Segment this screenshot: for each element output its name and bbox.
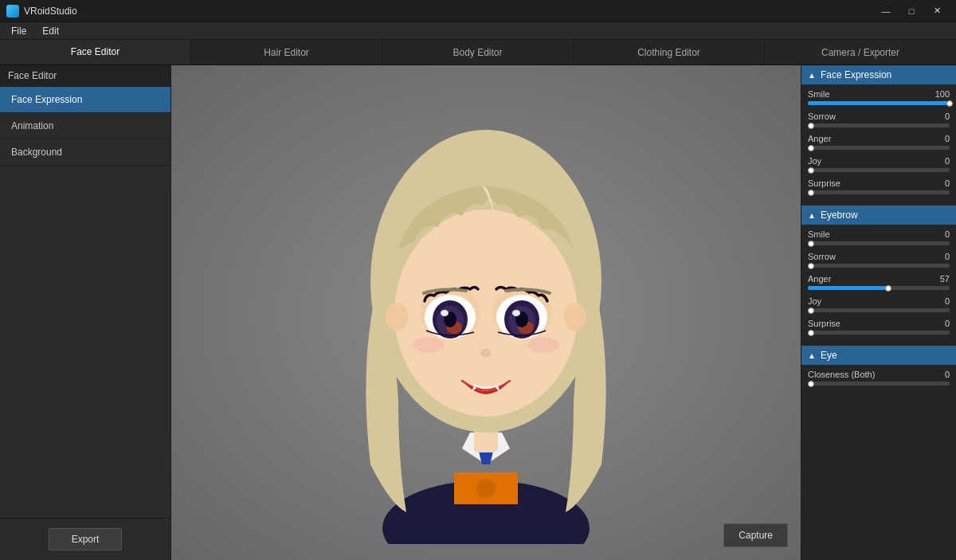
slider-row-joy-eyebrow: Joy 0 bbox=[808, 296, 950, 312]
eyebrow-body: Smile 0 Sorrow 0 bbox=[801, 225, 956, 346]
slider-track-sorrow-eyebrow[interactable] bbox=[808, 264, 950, 268]
tab-face-editor[interactable]: Face Editor bbox=[0, 40, 191, 65]
svg-point-11 bbox=[564, 303, 586, 331]
slider-row-sorrow-face: Sorrow 0 bbox=[808, 112, 950, 127]
face-expression-body: Smile 100 Sorrow 0 bbox=[801, 84, 956, 206]
slider-row-surprise-eyebrow: Surprise 0 bbox=[808, 319, 950, 335]
svg-point-10 bbox=[386, 303, 408, 331]
minimize-button[interactable]: — bbox=[873, 3, 899, 19]
app-title: VRoidStudio bbox=[24, 6, 77, 17]
slider-value-surprise-face: 0 bbox=[931, 178, 950, 188]
maximize-button[interactable]: □ bbox=[899, 3, 924, 19]
close-button[interactable]: ✕ bbox=[924, 3, 950, 19]
slider-track-surprise-eyebrow[interactable] bbox=[808, 331, 950, 335]
tab-bar: Face Editor Hair Editor Body Editor Clot… bbox=[0, 40, 956, 65]
slider-row-smile-face: Smile 100 bbox=[808, 89, 950, 105]
slider-track-smile-face[interactable] bbox=[808, 101, 950, 105]
slider-value-smile-face: 100 bbox=[931, 89, 950, 99]
slider-label-anger-eyebrow: Anger bbox=[808, 274, 831, 284]
slider-thumb-anger-face[interactable] bbox=[808, 145, 814, 151]
sidebar-item-animation[interactable]: Animation bbox=[0, 113, 170, 139]
slider-value-surprise-eyebrow: 0 bbox=[931, 319, 950, 328]
tab-hair-editor[interactable]: Hair Editor bbox=[191, 40, 382, 65]
slider-value-smile-eyebrow: 0 bbox=[931, 229, 950, 239]
sidebar-item-face-expression[interactable]: Face Expression bbox=[0, 87, 170, 113]
sidebar-footer: Export bbox=[0, 518, 170, 560]
menu-bar: File Edit bbox=[0, 22, 956, 40]
slider-row-closeness-eye: Closeness (Both) 0 bbox=[808, 370, 950, 386]
character-svg bbox=[287, 82, 685, 544]
slider-label-sorrow-eyebrow: Sorrow bbox=[808, 252, 836, 261]
slider-label-smile-face: Smile bbox=[808, 89, 830, 99]
slider-track-joy-face[interactable] bbox=[808, 168, 950, 172]
slider-label-joy-eyebrow: Joy bbox=[808, 296, 821, 306]
slider-row-smile-eyebrow: Smile 0 bbox=[808, 229, 950, 245]
slider-label-surprise-face: Surprise bbox=[808, 178, 840, 188]
app-icon bbox=[6, 5, 19, 18]
slider-row-sorrow-eyebrow: Sorrow 0 bbox=[808, 252, 950, 268]
slider-value-anger-eyebrow: 57 bbox=[931, 274, 950, 284]
svg-point-29 bbox=[413, 337, 445, 353]
slider-thumb-surprise-eyebrow[interactable] bbox=[808, 330, 814, 336]
slider-track-anger-face[interactable] bbox=[808, 146, 950, 150]
menu-file[interactable]: File bbox=[3, 24, 34, 38]
eyebrow-header[interactable]: ▲ Eyebrow bbox=[801, 206, 956, 225]
slider-track-surprise-face[interactable] bbox=[808, 190, 950, 194]
slider-row-surprise-face: Surprise 0 bbox=[808, 178, 950, 194]
eye-header[interactable]: ▲ Eye bbox=[801, 346, 956, 365]
eyebrow-section: ▲ Eyebrow Smile 0 bbox=[801, 206, 956, 346]
slider-track-anger-eyebrow[interactable] bbox=[808, 286, 950, 290]
slider-thumb-closeness-eye[interactable] bbox=[808, 381, 814, 387]
slider-row-joy-face: Joy 0 bbox=[808, 156, 950, 172]
slider-fill-anger-eyebrow bbox=[808, 286, 888, 290]
slider-value-sorrow-face: 0 bbox=[931, 112, 950, 121]
slider-fill-smile-face bbox=[808, 101, 950, 105]
menu-edit[interactable]: Edit bbox=[34, 24, 67, 38]
main-area: Face Editor Face Expression Animation Ba… bbox=[0, 65, 956, 560]
sidebar: Face Editor Face Expression Animation Ba… bbox=[0, 65, 171, 560]
slider-label-surprise-eyebrow: Surprise bbox=[808, 319, 840, 328]
title-bar: VRoidStudio — □ ✕ bbox=[0, 0, 956, 22]
viewport: Capture bbox=[171, 65, 801, 560]
title-controls: — □ ✕ bbox=[873, 3, 950, 19]
sidebar-header: Face Editor bbox=[0, 65, 170, 87]
slider-label-anger-face: Anger bbox=[808, 134, 831, 143]
svg-point-24 bbox=[441, 310, 449, 316]
slider-thumb-smile-eyebrow[interactable] bbox=[808, 241, 814, 247]
slider-thumb-smile-face[interactable] bbox=[946, 100, 953, 107]
tab-body-editor[interactable]: Body Editor bbox=[382, 40, 574, 65]
slider-thumb-surprise-face[interactable] bbox=[808, 190, 814, 196]
slider-thumb-joy-face[interactable] bbox=[808, 167, 814, 174]
svg-point-4 bbox=[476, 479, 496, 498]
face-expression-header[interactable]: ▲ Face Expression bbox=[801, 65, 956, 84]
title-bar-left: VRoidStudio bbox=[6, 5, 77, 18]
right-panel: ▲ Face Expression Smile 100 bbox=[801, 65, 956, 560]
tab-clothing-editor[interactable]: Clothing Editor bbox=[574, 40, 765, 65]
svg-point-30 bbox=[527, 337, 559, 353]
slider-thumb-sorrow-face[interactable] bbox=[808, 123, 814, 129]
slider-value-anger-face: 0 bbox=[931, 134, 950, 143]
export-button[interactable]: Export bbox=[49, 528, 123, 550]
eye-body: Closeness (Both) 0 bbox=[801, 365, 956, 397]
slider-track-sorrow-face[interactable] bbox=[808, 123, 950, 127]
eye-arrow: ▲ bbox=[808, 351, 816, 360]
slider-value-joy-face: 0 bbox=[931, 156, 950, 166]
sidebar-item-background[interactable]: Background bbox=[0, 139, 170, 166]
tab-camera-exporter[interactable]: Camera / Exporter bbox=[765, 40, 956, 65]
viewport-background bbox=[171, 65, 801, 560]
slider-label-joy-face: Joy bbox=[808, 156, 821, 166]
slider-thumb-sorrow-eyebrow[interactable] bbox=[808, 263, 814, 269]
slider-track-smile-eyebrow[interactable] bbox=[808, 241, 950, 245]
slider-track-joy-eyebrow[interactable] bbox=[808, 308, 950, 312]
eye-section: ▲ Eye Closeness (Both) 0 bbox=[801, 346, 956, 397]
svg-point-25 bbox=[512, 310, 520, 316]
svg-point-26 bbox=[480, 349, 492, 357]
slider-thumb-anger-eyebrow[interactable] bbox=[885, 285, 891, 292]
slider-value-closeness-eye: 0 bbox=[931, 370, 950, 379]
capture-button[interactable]: Capture bbox=[723, 523, 788, 547]
slider-label-sorrow-face: Sorrow bbox=[808, 112, 836, 121]
slider-label-smile-eyebrow: Smile bbox=[808, 229, 830, 239]
slider-thumb-joy-eyebrow[interactable] bbox=[808, 307, 814, 314]
slider-track-closeness-eye[interactable] bbox=[808, 382, 950, 386]
eyebrow-arrow: ▲ bbox=[808, 211, 816, 220]
